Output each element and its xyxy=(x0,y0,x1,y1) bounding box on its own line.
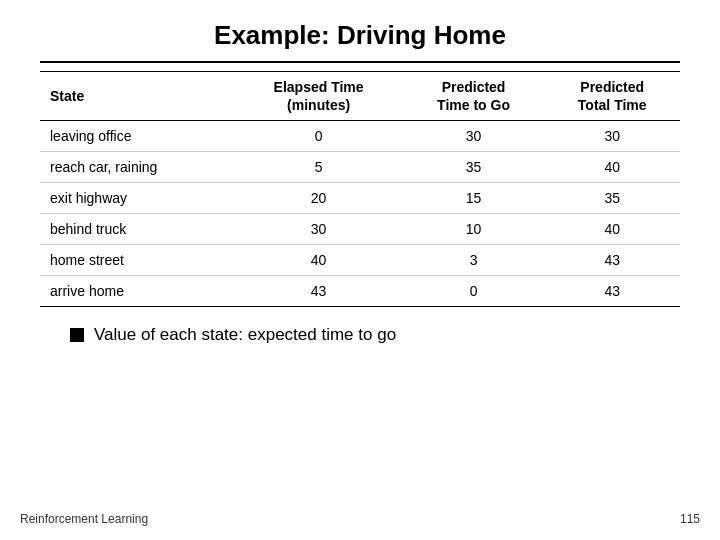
page-title: Example: Driving Home xyxy=(40,20,680,51)
footer: Reinforcement Learning 115 xyxy=(0,512,720,526)
table-row: reach car, raining53540 xyxy=(40,152,680,183)
col-header-predicted-ttg: Predicted Time to Go xyxy=(403,72,545,121)
header-row: State Elapsed Time (minutes) Predicted T… xyxy=(40,72,680,121)
table-row: leaving office03030 xyxy=(40,121,680,152)
bullet-text: Value of each state: expected time to go xyxy=(94,325,396,345)
table-body: leaving office03030reach car, raining535… xyxy=(40,121,680,307)
cell-state: behind truck xyxy=(40,214,235,245)
col-header-predicted-total: Predicted Total Time xyxy=(544,72,680,121)
table-row: behind truck301040 xyxy=(40,214,680,245)
table-row: home street40343 xyxy=(40,245,680,276)
cell-predicted-total: 43 xyxy=(544,276,680,307)
cell-state: arrive home xyxy=(40,276,235,307)
cell-elapsed: 5 xyxy=(235,152,403,183)
table-row: arrive home43043 xyxy=(40,276,680,307)
cell-elapsed: 30 xyxy=(235,214,403,245)
cell-predicted-ttg: 3 xyxy=(403,245,545,276)
cell-predicted-ttg: 10 xyxy=(403,214,545,245)
cell-elapsed: 43 xyxy=(235,276,403,307)
col-header-elapsed: Elapsed Time (minutes) xyxy=(235,72,403,121)
cell-predicted-total: 30 xyxy=(544,121,680,152)
footer-right: 115 xyxy=(680,512,700,526)
main-table: State Elapsed Time (minutes) Predicted T… xyxy=(40,71,680,307)
cell-state: reach car, raining xyxy=(40,152,235,183)
cell-state: exit highway xyxy=(40,183,235,214)
cell-elapsed: 40 xyxy=(235,245,403,276)
table-row: exit highway201535 xyxy=(40,183,680,214)
cell-predicted-ttg: 35 xyxy=(403,152,545,183)
cell-predicted-total: 40 xyxy=(544,214,680,245)
cell-elapsed: 20 xyxy=(235,183,403,214)
cell-predicted-ttg: 30 xyxy=(403,121,545,152)
bullet-icon xyxy=(70,328,84,342)
footer-left: Reinforcement Learning xyxy=(20,512,148,526)
page-container: Example: Driving Home State Elapsed Time… xyxy=(0,0,720,540)
cell-predicted-total: 40 xyxy=(544,152,680,183)
cell-predicted-ttg: 0 xyxy=(403,276,545,307)
cell-elapsed: 0 xyxy=(235,121,403,152)
cell-predicted-total: 43 xyxy=(544,245,680,276)
bullet-section: Value of each state: expected time to go xyxy=(70,325,680,345)
cell-predicted-ttg: 15 xyxy=(403,183,545,214)
cell-state: home street xyxy=(40,245,235,276)
title-divider xyxy=(40,61,680,63)
cell-predicted-total: 35 xyxy=(544,183,680,214)
col-header-state: State xyxy=(40,72,235,121)
cell-state: leaving office xyxy=(40,121,235,152)
table-header: State Elapsed Time (minutes) Predicted T… xyxy=(40,72,680,121)
